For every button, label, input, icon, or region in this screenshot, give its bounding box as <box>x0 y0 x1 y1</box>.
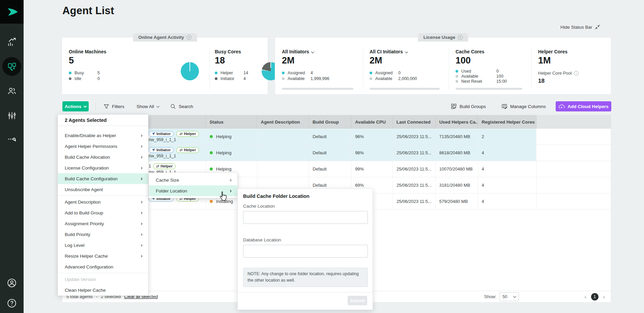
sidebar-item-account[interactable] <box>0 273 24 292</box>
column-build-group[interactable]: Build Group <box>309 115 351 129</box>
menu-item-build-priority[interactable]: Build Priority <box>58 229 148 240</box>
menu-item-assignment-priority[interactable]: Assignment Priority <box>58 218 148 229</box>
legend-dot <box>215 72 217 74</box>
help-icon <box>7 298 17 308</box>
column-last-connected[interactable]: Last Connected <box>393 115 436 129</box>
status-dot <box>210 200 213 203</box>
menu-item-license-configuration[interactable]: License Configuration <box>58 162 148 173</box>
build-cache-configuration-submenu: Cache Size Folder Location <box>149 173 237 198</box>
menu-item-resize-helper-cache[interactable]: Resize Helper Cache <box>58 251 148 261</box>
agent-name: nw_959_i_1_1 <box>149 137 206 142</box>
cache-cores-usage-bar <box>456 88 522 90</box>
hide-status-bar-label: Hide Status Bar <box>560 25 592 30</box>
show-all-dropdown[interactable]: Show All <box>137 101 159 111</box>
popup-note: NOTE: Any change to one folder location,… <box>243 268 368 287</box>
build-groups-button[interactable]: Build Groups <box>451 101 486 111</box>
legend-dot <box>69 77 71 80</box>
page-size-select[interactable]: 50 <box>499 292 519 301</box>
submit-button[interactable]: Submit <box>348 296 367 305</box>
filters-button[interactable]: Filters <box>104 101 124 111</box>
next-page-button[interactable]: › <box>603 293 605 300</box>
sidebar-item-users[interactable] <box>0 81 24 100</box>
chevron-down-icon <box>311 50 314 53</box>
pagination: ‹ 1 › <box>584 293 605 301</box>
chevron-down-icon <box>513 294 517 298</box>
swap-icon: ⇄ <box>179 132 182 136</box>
divider <box>95 102 96 110</box>
dashboard-icon <box>7 38 17 47</box>
all-ci-initiators-metric: All CI Initiators 2M Assigned0 Available… <box>363 37 449 94</box>
add-cloud-helpers-button[interactable]: Add Cloud Helpers <box>556 101 611 111</box>
menu-item-agent-helper-permissions[interactable]: Agent Helper Permissions <box>58 141 148 152</box>
build-cache-folder-location-popup: Build Cache Folder Location Cache Locati… <box>237 188 373 310</box>
agent-list-page: Agent List Hide Status Bar Online Agent … <box>0 0 644 313</box>
initiators-usage-bar <box>282 88 353 90</box>
menu-item-log-level[interactable]: Log Level <box>58 240 148 251</box>
cloud-plus-icon <box>558 103 565 110</box>
help-circle-icon[interactable]: ? <box>186 35 192 40</box>
sidebar <box>0 0 24 313</box>
divider <box>58 195 148 196</box>
menu-item-build-cache-configuration[interactable]: Build Cache Configuration <box>58 173 148 184</box>
menu-item-update-version: Update Version <box>58 274 148 285</box>
menu-item-agent-description[interactable]: Agent Description <box>58 197 148 207</box>
show-label: Show: <box>484 294 496 299</box>
submenu-item-folder-location[interactable]: Folder Location <box>149 185 237 196</box>
legend-dot <box>69 72 71 74</box>
hide-status-bar-button[interactable]: Hide Status Bar <box>560 24 600 30</box>
legend-dot <box>456 80 458 83</box>
sidebar-item-settings[interactable] <box>0 106 24 125</box>
chevron-down-icon <box>156 104 159 108</box>
logo-icon <box>5 5 19 19</box>
status-dot <box>210 151 213 154</box>
online-agent-activity-panel: Online Agent Activity ? Online Machines … <box>62 37 268 95</box>
sidebar-item-dashboard[interactable] <box>0 33 24 52</box>
popup-title: Build Cache Folder Location <box>243 193 310 199</box>
search-icon <box>170 104 176 109</box>
legend-dot <box>456 70 458 73</box>
initiator-badge: Initiator <box>149 147 174 153</box>
sidebar-item-agents[interactable] <box>0 57 24 76</box>
status-label: Helping <box>216 166 232 172</box>
column-available-cpu[interactable]: Available CPU <box>351 115 393 129</box>
current-page-button[interactable]: 1 <box>591 293 598 301</box>
prev-page-button[interactable]: ‹ <box>584 293 586 300</box>
manage-columns-button[interactable]: Manage Columns <box>501 101 546 111</box>
menu-item-unsubscribe-agent[interactable]: Unsubscribe Agent <box>58 184 148 195</box>
sidebar-item-help[interactable] <box>0 294 24 313</box>
legend-dot <box>370 72 372 74</box>
info-icon[interactable]: i <box>574 71 579 76</box>
cache-cores-metric: Cache Cores 100 Used0 Available100 Next … <box>449 37 531 94</box>
divider <box>58 273 148 273</box>
helper-badge: ⇄Helper <box>153 163 176 169</box>
collapse-icon <box>595 24 600 30</box>
status-label: Helping <box>216 150 232 155</box>
all-initiators-dropdown[interactable]: All Initiators <box>282 49 363 54</box>
menu-item-add-to-build-group[interactable]: Add to Build Group <box>58 207 148 218</box>
manage-columns-icon <box>501 103 507 109</box>
all-ci-initiators-dropdown[interactable]: All CI Initiators <box>370 49 449 54</box>
actions-button[interactable]: Actions <box>62 101 89 111</box>
search-button[interactable]: Search <box>170 101 193 111</box>
agent-name: nw_959_i_1_1 <box>149 154 206 158</box>
column-agent-description[interactable]: Agent Description <box>257 115 309 129</box>
cache-location-input[interactable] <box>243 211 368 224</box>
sidebar-item-licenses[interactable] <box>0 130 24 149</box>
database-location-input[interactable] <box>243 245 368 258</box>
helper-badge: ⇄Helper <box>176 131 199 137</box>
license-usage-panel: License Usage ? All Initiators 2M Assign… <box>275 37 611 95</box>
submenu-item-cache-size[interactable]: Cache Size <box>149 175 237 185</box>
column-used-helpers[interactable]: Used Helpers Ca... <box>436 115 478 129</box>
chevron-down-icon <box>84 104 87 108</box>
helper-badge: ⇄Helper <box>176 147 199 153</box>
incredibuild-logo[interactable] <box>0 0 24 24</box>
column-registered-helper-cores[interactable]: Registered Helper Cores <box>478 115 536 129</box>
column-status[interactable]: Status <box>206 115 257 129</box>
sliders-icon <box>7 111 17 120</box>
page-title: Agent List <box>62 5 114 17</box>
menu-item-advanced-configuration[interactable]: Advanced Configuration <box>58 261 148 272</box>
menu-item-enable-disable-as-helper[interactable]: Enable/Disable as Helper <box>58 130 148 141</box>
cache-location-label: Cache Location <box>243 204 275 209</box>
menu-item-build-cache-allocation[interactable]: Build Cache Allocation <box>58 152 148 162</box>
menu-item-clean-helper-cache[interactable]: Clean Helper Cache <box>58 285 148 295</box>
